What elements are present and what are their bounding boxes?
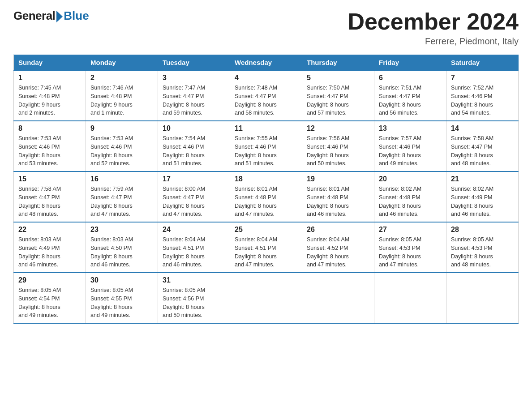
calendar-day-cell: 26Sunrise: 8:04 AMSunset: 4:52 PMDayligh… — [302, 222, 374, 273]
day-info: Sunrise: 7:53 AMSunset: 4:46 PMDaylight:… — [18, 134, 81, 168]
calendar-day-cell: 16Sunrise: 7:59 AMSunset: 4:47 PMDayligh… — [86, 171, 158, 222]
calendar-day-cell: 3Sunrise: 7:47 AMSunset: 4:47 PMDaylight… — [158, 70, 230, 121]
calendar-day-cell: 29Sunrise: 8:05 AMSunset: 4:54 PMDayligh… — [14, 273, 86, 323]
calendar-day-header: Wednesday — [230, 55, 302, 71]
calendar-location: Ferrere, Piedmont, Italy — [348, 36, 519, 47]
calendar-day-cell — [302, 273, 374, 323]
day-info: Sunrise: 8:03 AMSunset: 4:50 PMDaylight:… — [90, 235, 153, 269]
day-info: Sunrise: 8:04 AMSunset: 4:51 PMDaylight:… — [235, 235, 297, 269]
logo: General Blue — [13, 9, 89, 23]
calendar-day-cell: 13Sunrise: 7:57 AMSunset: 4:46 PMDayligh… — [374, 121, 446, 171]
calendar-day-cell: 25Sunrise: 8:04 AMSunset: 4:51 PMDayligh… — [230, 222, 302, 273]
calendar-week-row: 1Sunrise: 7:45 AMSunset: 4:48 PMDaylight… — [14, 70, 519, 121]
calendar-day-cell: 10Sunrise: 7:54 AMSunset: 4:46 PMDayligh… — [158, 121, 230, 171]
calendar-day-cell: 24Sunrise: 8:04 AMSunset: 4:51 PMDayligh… — [158, 222, 230, 273]
calendar-day-cell: 31Sunrise: 8:05 AMSunset: 4:56 PMDayligh… — [158, 273, 230, 323]
day-info: Sunrise: 7:46 AMSunset: 4:48 PMDaylight:… — [90, 84, 153, 117]
calendar-day-cell: 9Sunrise: 7:53 AMSunset: 4:46 PMDaylight… — [86, 121, 158, 171]
calendar-day-cell: 6Sunrise: 7:51 AMSunset: 4:47 PMDaylight… — [374, 70, 446, 121]
day-number: 6 — [379, 74, 442, 82]
calendar-day-cell: 5Sunrise: 7:50 AMSunset: 4:47 PMDaylight… — [302, 70, 374, 121]
calendar-day-cell: 12Sunrise: 7:56 AMSunset: 4:46 PMDayligh… — [302, 121, 374, 171]
day-number: 9 — [90, 124, 153, 133]
day-number: 7 — [451, 74, 514, 82]
title-block: December 2024 Ferrere, Piedmont, Italy — [348, 9, 519, 47]
day-info: Sunrise: 8:01 AMSunset: 4:48 PMDaylight:… — [235, 185, 297, 218]
calendar-day-cell — [446, 273, 519, 323]
calendar-day-cell: 22Sunrise: 8:03 AMSunset: 4:49 PMDayligh… — [14, 222, 86, 273]
day-info: Sunrise: 7:57 AMSunset: 4:46 PMDaylight:… — [379, 134, 442, 168]
calendar-day-cell: 23Sunrise: 8:03 AMSunset: 4:50 PMDayligh… — [86, 222, 158, 273]
day-info: Sunrise: 7:59 AMSunset: 4:47 PMDaylight:… — [90, 185, 153, 218]
day-number: 29 — [18, 276, 81, 284]
day-info: Sunrise: 8:03 AMSunset: 4:49 PMDaylight:… — [18, 235, 81, 269]
calendar-day-cell: 14Sunrise: 7:58 AMSunset: 4:47 PMDayligh… — [446, 121, 519, 171]
day-info: Sunrise: 7:52 AMSunset: 4:46 PMDaylight:… — [451, 84, 514, 117]
day-info: Sunrise: 7:51 AMSunset: 4:47 PMDaylight:… — [379, 84, 442, 117]
page-header: General Blue December 2024 Ferrere, Pied… — [13, 9, 519, 47]
day-info: Sunrise: 7:58 AMSunset: 4:47 PMDaylight:… — [451, 134, 514, 168]
calendar-week-row: 8Sunrise: 7:53 AMSunset: 4:46 PMDaylight… — [14, 121, 519, 171]
day-number: 20 — [379, 175, 442, 183]
day-number: 26 — [307, 226, 369, 234]
calendar-table: SundayMondayTuesdayWednesdayThursdayFrid… — [13, 55, 519, 324]
calendar-week-row: 15Sunrise: 7:58 AMSunset: 4:47 PMDayligh… — [14, 171, 519, 222]
calendar-day-header: Sunday — [14, 55, 86, 71]
calendar-day-header: Thursday — [302, 55, 374, 71]
day-info: Sunrise: 8:05 AMSunset: 4:54 PMDaylight:… — [18, 286, 81, 320]
day-info: Sunrise: 8:05 AMSunset: 4:53 PMDaylight:… — [379, 235, 442, 269]
day-number: 3 — [163, 74, 225, 82]
logo-general-text: General — [13, 9, 55, 23]
calendar-header-row: SundayMondayTuesdayWednesdayThursdayFrid… — [14, 55, 519, 71]
day-number: 28 — [451, 226, 514, 234]
calendar-day-cell: 18Sunrise: 8:01 AMSunset: 4:48 PMDayligh… — [230, 171, 302, 222]
calendar-week-row: 29Sunrise: 8:05 AMSunset: 4:54 PMDayligh… — [14, 273, 519, 323]
day-info: Sunrise: 7:56 AMSunset: 4:46 PMDaylight:… — [307, 134, 369, 168]
calendar-title: December 2024 — [348, 9, 519, 34]
day-number: 5 — [307, 74, 369, 82]
day-number: 12 — [307, 124, 369, 133]
day-info: Sunrise: 8:04 AMSunset: 4:52 PMDaylight:… — [307, 235, 369, 269]
day-info: Sunrise: 7:45 AMSunset: 4:48 PMDaylight:… — [18, 84, 81, 117]
day-info: Sunrise: 8:05 AMSunset: 4:56 PMDaylight:… — [163, 286, 225, 320]
calendar-day-cell: 30Sunrise: 8:05 AMSunset: 4:55 PMDayligh… — [86, 273, 158, 323]
day-number: 11 — [235, 124, 297, 133]
day-number: 24 — [163, 226, 225, 234]
day-number: 14 — [451, 124, 514, 133]
calendar-day-cell — [374, 273, 446, 323]
calendar-day-cell: 7Sunrise: 7:52 AMSunset: 4:46 PMDaylight… — [446, 70, 519, 121]
calendar-day-cell: 15Sunrise: 7:58 AMSunset: 4:47 PMDayligh… — [14, 171, 86, 222]
day-info: Sunrise: 7:47 AMSunset: 4:47 PMDaylight:… — [163, 84, 225, 117]
day-number: 1 — [18, 74, 81, 82]
day-info: Sunrise: 8:05 AMSunset: 4:53 PMDaylight:… — [451, 235, 514, 269]
day-number: 16 — [90, 175, 153, 183]
calendar-day-cell: 8Sunrise: 7:53 AMSunset: 4:46 PMDaylight… — [14, 121, 86, 171]
day-info: Sunrise: 8:02 AMSunset: 4:48 PMDaylight:… — [379, 185, 442, 218]
calendar-day-cell: 2Sunrise: 7:46 AMSunset: 4:48 PMDaylight… — [86, 70, 158, 121]
calendar-day-cell: 1Sunrise: 7:45 AMSunset: 4:48 PMDaylight… — [14, 70, 86, 121]
day-number: 15 — [18, 175, 81, 183]
day-info: Sunrise: 7:48 AMSunset: 4:47 PMDaylight:… — [235, 84, 297, 117]
logo-blue-text: Blue — [64, 9, 89, 23]
logo-arrow-icon — [56, 11, 63, 22]
calendar-day-cell: 19Sunrise: 8:01 AMSunset: 4:48 PMDayligh… — [302, 171, 374, 222]
calendar-week-row: 22Sunrise: 8:03 AMSunset: 4:49 PMDayligh… — [14, 222, 519, 273]
calendar-day-cell: 20Sunrise: 8:02 AMSunset: 4:48 PMDayligh… — [374, 171, 446, 222]
day-info: Sunrise: 8:04 AMSunset: 4:51 PMDaylight:… — [163, 235, 225, 269]
day-number: 13 — [379, 124, 442, 133]
calendar-day-cell — [230, 273, 302, 323]
day-number: 19 — [307, 175, 369, 183]
day-number: 22 — [18, 226, 81, 234]
calendar-day-header: Tuesday — [158, 55, 230, 71]
day-number: 21 — [451, 175, 514, 183]
day-number: 30 — [90, 276, 153, 284]
calendar-day-header: Monday — [86, 55, 158, 71]
day-number: 23 — [90, 226, 153, 234]
calendar-day-cell: 21Sunrise: 8:02 AMSunset: 4:49 PMDayligh… — [446, 171, 519, 222]
calendar-day-cell: 11Sunrise: 7:55 AMSunset: 4:46 PMDayligh… — [230, 121, 302, 171]
day-info: Sunrise: 7:50 AMSunset: 4:47 PMDaylight:… — [307, 84, 369, 117]
day-number: 2 — [90, 74, 153, 82]
day-number: 18 — [235, 175, 297, 183]
day-info: Sunrise: 8:00 AMSunset: 4:47 PMDaylight:… — [163, 185, 225, 218]
calendar-day-cell: 27Sunrise: 8:05 AMSunset: 4:53 PMDayligh… — [374, 222, 446, 273]
